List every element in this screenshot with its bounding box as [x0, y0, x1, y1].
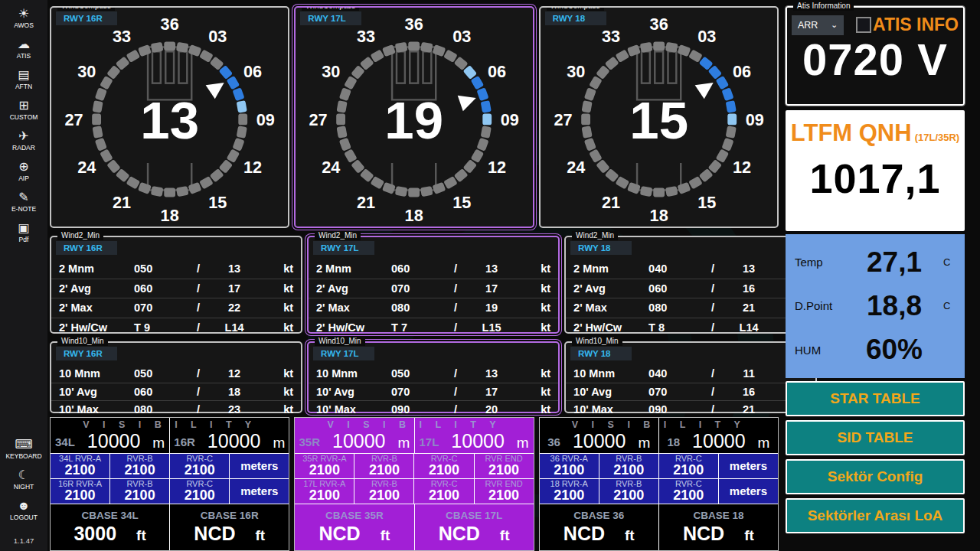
sidebar-item-night[interactable]: ☾NIGHT [14, 468, 34, 491]
svg-text:12: 12 [243, 158, 262, 177]
runway-badge[interactable]: RWY 17L [313, 347, 374, 360]
wind-row-label: 10 Mnm [573, 367, 648, 380]
visibility-header: V I S I B I L I T Y34L10000m16R10000m [51, 418, 289, 454]
svg-text:27: 27 [309, 110, 328, 129]
wind-data-row: 2 Mnm040/13kt [566, 259, 815, 279]
atis-mode-value: ARR [798, 20, 818, 31]
wind-row-label: 10' Max [59, 403, 134, 416]
runway-badge[interactable]: RWY 18 [570, 347, 632, 360]
cbase-label: CBASE 34L [81, 510, 138, 521]
wind10-row: Wind10_MinRWY 16R10 Mnm050/12kt10' Avg06… [47, 335, 781, 415]
groupbox-title: Wind2_Min [315, 231, 361, 240]
rvr-cell: RVR-B2100 [354, 454, 414, 478]
wind-direction: 070 [648, 386, 711, 398]
atis-information-panel: Atis Information ARR ⌄ ATIS INFO 0720 V [786, 6, 965, 106]
sid-table-button[interactable]: SID TABLE [786, 420, 965, 455]
sidebar-item-pdf[interactable]: ▣Pdf [18, 220, 29, 243]
wind-unit: kt [526, 367, 550, 380]
visibility-value: 10000 [573, 430, 626, 452]
svg-text:24: 24 [322, 158, 341, 177]
runway-badge[interactable]: RWY 18 [570, 241, 632, 255]
wind-unit: kt [526, 302, 550, 314]
rvr-unit-label: meters [730, 460, 767, 472]
cbase-value: NCD [564, 523, 605, 545]
runway-badge[interactable]: RWY 18 [545, 11, 606, 25]
sidebar-item-custom[interactable]: ⊞CUSTOM [10, 98, 38, 121]
wind-row-label: 2' Avg [316, 282, 391, 295]
met-value: 60% [845, 334, 943, 366]
sidebar-item-label: LOGOUT [10, 514, 38, 521]
rvr-cell: meters [230, 454, 289, 478]
sidebar-item-atis[interactable]: ☁ATIS [17, 37, 31, 60]
wind-speed-value: 15 [629, 91, 688, 150]
star-table-button[interactable]: STAR TABLE [786, 381, 965, 416]
runway-badge[interactable]: RWY 16R [56, 241, 117, 255]
wind-row-label: 10 Mnm [59, 367, 134, 380]
wind-row-label: 2' Avg [59, 282, 134, 295]
rvr-value: 2100 [613, 488, 644, 503]
visibility-unit: m [398, 435, 410, 452]
sidebar-item-aip[interactable]: ⊕AIP [18, 159, 29, 182]
sidebar-item-awos[interactable]: ☀AWOS [14, 6, 34, 29]
wind-speed: 19 [457, 302, 526, 314]
sekt-r-config-button[interactable]: Sektör Config [786, 459, 965, 494]
pdf-file-icon: ▣ [18, 220, 29, 235]
runway-badge[interactable]: RWY 16R [56, 347, 117, 360]
wind-data-row: 2' Avg060/16kt [566, 279, 815, 298]
wind-row-label: 2' Max [573, 302, 648, 314]
sekt-rler-aras-loa-button[interactable]: Sektörler Arası LoA [786, 498, 965, 533]
atis-info-checkbox[interactable] [856, 17, 871, 33]
visibility-row: V I S I B I L I T Y34L10000m16R10000m34L… [47, 415, 781, 551]
rvr-cell: 18 RVR-A2100 [540, 479, 599, 504]
met-value: 18,8 [845, 290, 943, 322]
wind-speed-value: 19 [385, 91, 444, 150]
svg-text:30: 30 [322, 62, 341, 81]
wind2-row: Wind2_MinRWY 16R2 Mnm050/13kt2' Avg060/1… [47, 230, 781, 335]
sidebar-bottom: ⌨KEYBOARD☾NIGHT☻LOGOUT [5, 437, 41, 529]
wind10-table-rwy-16r: Wind10_MinRWY 16R10 Mnm050/12kt10' Avg06… [50, 341, 302, 413]
wind2-table-rwy-17l: Wind2_MinRWY 17L2 Mnm060/13kt2' Avg070/1… [307, 236, 560, 334]
wind-row-label: 10' Avg [316, 386, 391, 398]
rvr-value: 2100 [125, 463, 155, 478]
wind-direction-arrow [458, 90, 479, 112]
rvr-value: 2100 [309, 488, 340, 503]
rvr-cell: RVR-C2100 [414, 454, 474, 478]
sidebar-item-radar[interactable]: ✈RADAR [12, 129, 35, 152]
runway-badge[interactable]: RWY 17L [300, 11, 361, 25]
runway-label: 17L [419, 435, 439, 448]
atis-controls-row: ARR ⌄ ATIS INFO [792, 15, 959, 35]
visibility-unit: m [638, 435, 650, 452]
right-panel: Atis Information ARR ⌄ ATIS INFO 0720 V … [784, 0, 966, 551]
aftn-message-icon: ▤ [18, 67, 29, 82]
cbase-value: NCD [319, 523, 361, 545]
svg-text:21: 21 [113, 193, 131, 212]
svg-text:24: 24 [77, 158, 96, 177]
wind-unit: kt [526, 282, 550, 295]
cbase-value: NCD [194, 523, 235, 545]
visibility-title: V I S I B I L I T Y [540, 419, 778, 430]
wind-data-row: 10 Mnm040/11kt [566, 365, 815, 383]
svg-text:09: 09 [501, 110, 519, 129]
wind-unit: kt [269, 282, 293, 295]
wind-unit: kt [269, 386, 293, 398]
sidebar-item-keyboard[interactable]: ⌨KEYBOARD [5, 437, 41, 460]
svg-text:27: 27 [554, 110, 572, 129]
sidebar-top: ☀AWOS☁ATIS▤AFTN⊞CUSTOM✈RADAR⊕AIP✎E-NOTE▣… [10, 6, 38, 251]
wind-direction: 090 [391, 403, 454, 416]
wind-direction: 090 [648, 403, 711, 416]
wind-row-label: 2' Max [59, 302, 134, 314]
rvr-cell: meters [719, 454, 778, 478]
sidebar-item-label: RADAR [12, 144, 35, 152]
runway-badge[interactable]: RWY 17L [313, 241, 374, 255]
radar-plane-icon: ✈ [18, 129, 28, 143]
keyboard-icon: ⌨ [15, 437, 32, 452]
runway-badge[interactable]: RWY 16R [56, 11, 117, 25]
qnh-card: LTFM QNH(17L/35R) 1017,1 [786, 110, 965, 231]
wind-speed: 13 [714, 262, 783, 275]
atis-mode-dropdown[interactable]: ARR ⌄ [792, 15, 844, 35]
sidebar-item-aftn[interactable]: ▤AFTN [15, 67, 32, 90]
met-unit: C [943, 300, 956, 311]
sidebar-item-e-note[interactable]: ✎E-NOTE [11, 190, 36, 213]
wind10-table-rwy-17l: Wind10_MinRWY 17L10 Mnm050/13kt10' Avg07… [307, 341, 560, 413]
sidebar-item-logout[interactable]: ☻LOGOUT [10, 498, 38, 521]
